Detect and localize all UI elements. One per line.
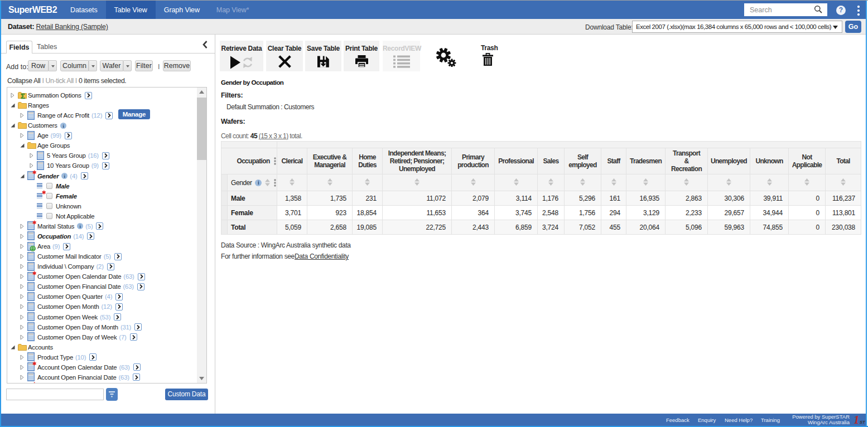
svg-text:ST: ST bbox=[860, 420, 866, 425]
svg-text:1: 1 bbox=[854, 415, 860, 425]
svg-text:Σ: Σ bbox=[21, 92, 25, 99]
